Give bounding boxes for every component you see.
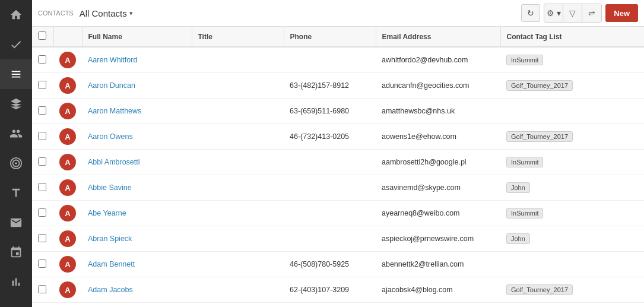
contacts-dropdown[interactable]: All Contacts ▾	[80, 8, 133, 18]
contact-title	[192, 150, 284, 175]
row-checkbox[interactable]	[38, 81, 46, 89]
tag-badge: John	[506, 233, 530, 244]
avatar: A	[59, 179, 76, 196]
main-content: CONTACTS All Contacts ▾ ↻ ⚙ ▾ ▽ ⇌ New Fu…	[32, 0, 644, 307]
contact-email: aowens1e@ehow.com	[376, 124, 500, 150]
contact-tags: InSummit	[500, 47, 644, 73]
header-phone: Phone	[284, 27, 376, 47]
contact-title	[192, 73, 284, 99]
refresh-button[interactable]: ↻	[521, 4, 540, 22]
sidebar-item-people[interactable]	[0, 119, 32, 148]
contact-phone: 63-(659)511-6980	[284, 99, 376, 124]
sidebar-item-contacts[interactable]	[0, 59, 32, 89]
table-body: AAaren Whitfordawhitfordo2@devhub.comInS…	[32, 47, 644, 307]
contact-phone	[284, 201, 376, 226]
contact-tags: InSummit	[500, 201, 644, 226]
contact-phone	[284, 47, 376, 73]
contact-email: asavinemd@skype.com	[376, 175, 500, 201]
avatar: A	[59, 52, 76, 68]
contact-phone	[284, 175, 376, 201]
sidebar-item-home[interactable]	[0, 0, 32, 30]
contact-tags: Golf_Tourney_2017	[500, 124, 644, 150]
contact-email: awhitfordo2@devhub.com	[376, 47, 500, 73]
contact-title	[192, 226, 284, 252]
contact-tags: John	[500, 226, 644, 252]
contact-phone: 63-(482)157-8912	[284, 73, 376, 99]
contact-email: areed7w@reference.com	[376, 303, 500, 308]
contact-email: ayearneq8@weibo.com	[376, 201, 500, 226]
avatar: A	[59, 128, 76, 145]
contact-name[interactable]: Adam Jacobs	[88, 286, 133, 294]
sidebar-item-buildings[interactable]	[0, 89, 32, 119]
row-checkbox[interactable]	[38, 183, 46, 191]
avatar: A	[59, 154, 76, 170]
contact-name[interactable]: Aaron Matthews	[88, 107, 141, 115]
new-button[interactable]: New	[605, 4, 638, 22]
columns-button[interactable]: ⇌	[582, 4, 601, 22]
table-row: AAaron Matthews63-(659)511-6980amatthews…	[32, 99, 644, 124]
chevron-down-icon: ▾	[129, 10, 133, 17]
tag-badge: John	[506, 182, 530, 193]
contact-title	[192, 201, 284, 226]
contact-name[interactable]: Abbie Savine	[88, 183, 132, 192]
contacts-table-container: Full Name Title Phone Email Address Cont…	[32, 27, 644, 307]
row-checkbox[interactable]	[38, 234, 46, 242]
table-row: AAdam Reed242-(736)398-3976areed7w@refer…	[32, 303, 644, 308]
contact-name[interactable]: Aaron Owens	[88, 132, 133, 141]
contact-email: aambrosetti2h@google.pl	[376, 150, 500, 175]
contact-phone: 46-(508)780-5925	[284, 252, 376, 277]
select-all-checkbox[interactable]	[38, 31, 46, 40]
sidebar-item-target[interactable]	[0, 148, 32, 178]
contact-phone: 62-(403)107-3209	[284, 277, 376, 303]
row-checkbox[interactable]	[38, 106, 46, 115]
contact-title	[192, 277, 284, 303]
contact-title	[192, 124, 284, 150]
contact-name[interactable]: Aaren Whitford	[88, 56, 137, 64]
contact-tags: John	[500, 175, 644, 201]
table-row: AAbbie Savineasavinemd@skype.comJohn	[32, 175, 644, 201]
row-checkbox[interactable]	[38, 157, 46, 166]
contact-phone	[284, 226, 376, 252]
contact-title	[192, 303, 284, 308]
avatar: A	[59, 205, 76, 221]
contact-email: aduncanfn@geocities.com	[376, 73, 500, 99]
avatar: A	[59, 281, 76, 298]
contact-name[interactable]: Adam Bennett	[88, 260, 135, 268]
contact-email: aspieckoj@prnewswire.com	[376, 226, 500, 252]
header-name: Full Name	[82, 27, 192, 47]
contact-name[interactable]: Abbi Ambrosetti	[88, 158, 140, 166]
avatar: A	[59, 256, 76, 273]
sidebar-item-calendar[interactable]	[0, 238, 32, 267]
row-checkbox[interactable]	[38, 259, 46, 268]
settings-filter-group: ⚙ ▾ ▽ ⇌	[544, 4, 602, 23]
tag-badge: InSummit	[506, 55, 543, 65]
sidebar-item-mail[interactable]	[0, 208, 32, 238]
contact-title	[192, 175, 284, 201]
table-row: AAbran Spieckaspieckoj@prnewswire.comJoh…	[32, 226, 644, 252]
settings-button[interactable]: ⚙ ▾	[544, 4, 563, 22]
sidebar-item-chart[interactable]	[0, 267, 32, 297]
sidebar-item-tasks[interactable]	[0, 30, 32, 59]
table-row: AAaren Whitfordawhitfordo2@devhub.comInS…	[32, 47, 644, 73]
contact-name[interactable]: Abe Yearne	[88, 209, 126, 217]
contact-name[interactable]: Abran Spieck	[88, 235, 132, 243]
contact-phone	[284, 150, 376, 175]
header-title: Title	[192, 27, 284, 47]
header-checkbox-col	[32, 27, 53, 47]
table-row: AAbbi Ambrosettiaambrosetti2h@google.plI…	[32, 150, 644, 175]
contact-tags	[500, 99, 644, 124]
header-tags: Contact Tag List	[500, 27, 644, 47]
tag-badge: Golf_Tourney_2017	[506, 80, 573, 91]
avatar: A	[59, 77, 76, 94]
sidebar	[0, 0, 32, 307]
dropdown-label: All Contacts	[80, 8, 127, 18]
table-row: AAaron Owens46-(732)413-0205aowens1e@eho…	[32, 124, 644, 150]
sidebar-item-text[interactable]	[0, 178, 32, 208]
filter-button[interactable]: ▽	[563, 4, 582, 22]
row-checkbox[interactable]	[38, 132, 46, 140]
row-checkbox[interactable]	[38, 285, 46, 293]
contact-title	[192, 252, 284, 277]
contact-name[interactable]: Aaron Duncan	[88, 81, 135, 90]
row-checkbox[interactable]	[38, 55, 46, 64]
row-checkbox[interactable]	[38, 208, 46, 217]
